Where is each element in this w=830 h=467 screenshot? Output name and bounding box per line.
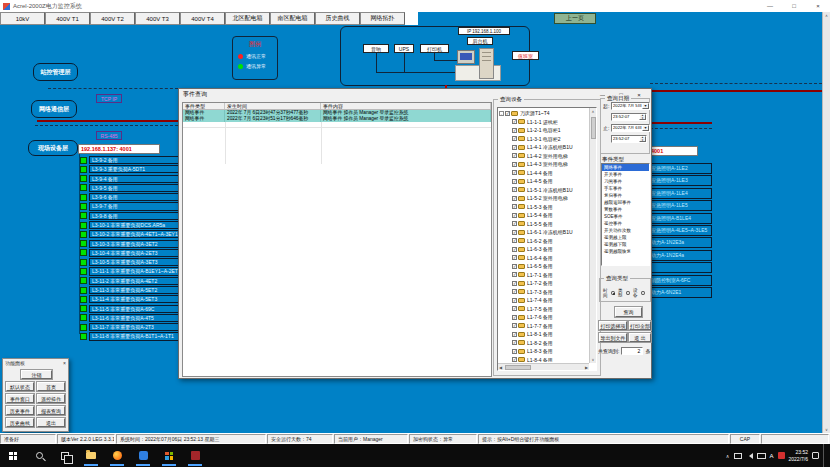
- spin-down-icon[interactable]: ▾: [642, 139, 644, 142]
- tree-node-row[interactable]: L1-8-2 备用: [499, 339, 588, 348]
- device-row[interactable]: L3-11-7 非常重要负荷A-2T3: [80, 323, 181, 331]
- device-row[interactable]: 应急照明A-1LE4: [648, 188, 712, 199]
- tree-expand-icon[interactable]: -: [499, 111, 504, 116]
- checkbox-checked-icon[interactable]: [512, 255, 517, 260]
- function-button[interactable]: 首页: [37, 382, 65, 391]
- device-row[interactable]: L3-11-5 非常重要负荷A-69C: [80, 305, 181, 313]
- checkbox-checked-icon[interactable]: [512, 179, 517, 184]
- tree-node-row[interactable]: L1-4-1 冷冻机组B1U: [499, 143, 588, 152]
- notification-center-icon[interactable]: [812, 452, 819, 459]
- scrollbar-thumb[interactable]: [505, 365, 531, 370]
- speaker-icon[interactable]: [746, 453, 753, 459]
- tree-node-row[interactable]: L1-7-6 备用: [499, 313, 588, 322]
- radio-icon[interactable]: [641, 291, 645, 295]
- device-row[interactable]: 应急照明A-1LE5: [648, 200, 712, 211]
- device-row[interactable]: 应急照明A-1LE2: [648, 163, 712, 174]
- nav-tab[interactable]: 历史曲线: [315, 12, 360, 25]
- scroll-down-icon[interactable]: ∨: [825, 427, 828, 432]
- tree-horizontal-scrollbar[interactable]: ◀ ▶: [498, 363, 589, 370]
- tree-node-row[interactable]: L1-3-1 电容柜2: [499, 135, 588, 144]
- exit-button[interactable]: 退 出: [629, 333, 651, 342]
- device-row[interactable]: L3-10-1 非常重要负荷DCS.AR5a: [80, 221, 181, 229]
- device-row[interactable]: L3-9-8 备用: [80, 212, 181, 220]
- start-button[interactable]: [0, 444, 26, 467]
- checkbox-checked-icon[interactable]: [512, 153, 517, 158]
- window-close-button[interactable]: ×: [806, 0, 830, 12]
- device-row[interactable]: L3-9-3 重要负荷A-5DT1: [80, 165, 181, 173]
- nav-tab[interactable]: 400V T3: [135, 12, 180, 25]
- function-button[interactable]: 退出: [37, 418, 65, 427]
- task-view-button[interactable]: [52, 444, 78, 467]
- scrollbar-thumb[interactable]: [591, 117, 596, 139]
- nav-tab[interactable]: 南区配电箱: [270, 12, 315, 25]
- checkbox-checked-icon[interactable]: [512, 128, 517, 133]
- checkbox-checked-icon[interactable]: [512, 298, 517, 303]
- device-row[interactable]: L3-10-5 非常重要负荷A-3ET3: [80, 258, 181, 266]
- event-type-option[interactable]: 网络事件: [602, 164, 649, 171]
- from-date-select[interactable]: 2022年 7月 5日 ▼: [611, 102, 650, 110]
- device-row[interactable]: 应急照明A-4LE5~A-3LE5: [648, 225, 712, 236]
- device-row[interactable]: 动力A-1N2E4a: [648, 250, 712, 261]
- tree-node-row[interactable]: L1-6-3 备用: [499, 245, 588, 254]
- checkbox-checked-icon[interactable]: [505, 111, 510, 116]
- tree-node-row[interactable]: L1-4-3 室外用电梯: [499, 160, 588, 169]
- checkbox-checked-icon[interactable]: [512, 357, 517, 362]
- checkbox-checked-icon[interactable]: [512, 145, 517, 150]
- logout-button[interactable]: 注销: [21, 370, 52, 379]
- checkbox-checked-icon[interactable]: [512, 315, 517, 320]
- search-button[interactable]: [26, 444, 52, 467]
- device-row[interactable]: L3-11-6 非常重要负荷A-4T5: [80, 314, 181, 322]
- from-time-input[interactable]: 23:52:07 ▴ ▾: [611, 113, 647, 121]
- browser-button[interactable]: [104, 444, 130, 467]
- device-row[interactable]: 消防控制室A-6FC: [648, 275, 712, 286]
- scroll-down-icon[interactable]: ∨: [591, 356, 596, 363]
- col-event-content[interactable]: 事件内容: [321, 103, 491, 109]
- checkbox-checked-icon[interactable]: [512, 230, 517, 235]
- query-button[interactable]: 查询: [615, 307, 642, 317]
- file-explorer-button[interactable]: [78, 444, 104, 467]
- col-event-time[interactable]: 发生时间: [225, 103, 321, 109]
- event-type-option[interactable]: 复归事件: [602, 192, 649, 199]
- nav-tab[interactable]: 400V T2: [90, 12, 135, 25]
- time-spinner[interactable]: ▴ ▾: [639, 114, 646, 120]
- radio-icon[interactable]: [611, 291, 615, 295]
- spin-down-icon[interactable]: ▾: [642, 117, 644, 120]
- tree-node-row[interactable]: L1-8-1 备用: [499, 330, 588, 339]
- function-button[interactable]: 遥控操作: [37, 394, 65, 403]
- device-row[interactable]: L3-9-4 备用: [80, 175, 181, 183]
- nav-tab[interactable]: 400V T1: [45, 12, 90, 25]
- device-row[interactable]: L3-11-4 非常重要负荷A-5ET3: [80, 295, 181, 303]
- nav-tab[interactable]: 400V T4: [180, 12, 225, 25]
- function-button[interactable]: 默认状态: [6, 382, 34, 391]
- function-button[interactable]: 事件窗口: [6, 394, 34, 403]
- app-vertical-scrollbar[interactable]: ∧ ∨: [822, 12, 830, 433]
- nav-tab[interactable]: 北区配电箱: [225, 12, 270, 25]
- scroll-up-icon[interactable]: ∧: [591, 108, 596, 115]
- time-spinner[interactable]: ▴ ▾: [639, 136, 646, 142]
- device-row[interactable]: L3-9-2 备用: [80, 156, 181, 164]
- office-app-button[interactable]: [156, 444, 182, 467]
- device-row[interactable]: L3-9-6 备用: [80, 193, 181, 201]
- event-type-option[interactable]: 刀闸事件: [602, 178, 649, 185]
- tree-node-row[interactable]: L1-4-5 备用: [499, 177, 588, 186]
- tree-node-row[interactable]: L1-7-1 备用: [499, 271, 588, 280]
- function-button[interactable]: 报表查询: [37, 406, 65, 415]
- tree-node-row[interactable]: L1-7-7 备用: [499, 322, 588, 331]
- checkbox-checked-icon[interactable]: [512, 170, 517, 175]
- scroll-right-icon[interactable]: ▶: [584, 364, 589, 371]
- tree-root-row[interactable]: - 万庆源T1~T4: [499, 109, 588, 118]
- checkbox-checked-icon[interactable]: [512, 187, 517, 192]
- to-time-input[interactable]: 23:52:07 ▴ ▾: [611, 135, 647, 143]
- tree-node-row[interactable]: L1-6-5 备用: [499, 262, 588, 271]
- event-table-header[interactable]: 事件类型 发生时间 事件内容: [183, 103, 491, 110]
- input-method-indicator[interactable]: A: [770, 453, 774, 459]
- tree-node-row[interactable]: L1-8-3 备用: [499, 347, 588, 356]
- function-button[interactable]: 历史曲线: [6, 418, 34, 427]
- checkbox-checked-icon[interactable]: [512, 332, 517, 337]
- event-type-option[interactable]: 置数事件: [602, 206, 649, 213]
- function-panel-titlebar[interactable]: 功能面板 ×: [3, 359, 68, 367]
- to-date-select[interactable]: 2022年 7月 6日 ▼: [611, 124, 650, 132]
- window-maximize-button[interactable]: □: [782, 0, 806, 12]
- checkbox-checked-icon[interactable]: [512, 340, 517, 345]
- radio-option[interactable]: 设备: [633, 288, 645, 298]
